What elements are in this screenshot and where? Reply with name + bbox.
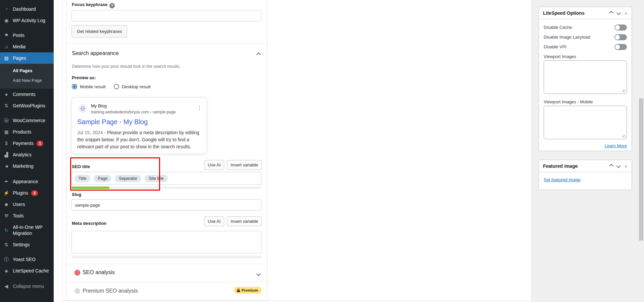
variable-pill-site-title[interactable]: Site title <box>145 175 167 182</box>
seo-title-input[interactable]: TitlePageSeparatorSite title <box>71 172 261 185</box>
preview-result-description: Jul 15, 2024 - Please provide a meta des… <box>77 129 202 150</box>
premium-badge[interactable]: Premium <box>234 287 262 294</box>
viewport-images-input[interactable] <box>544 60 627 94</box>
variable-pill-title[interactable]: Title <box>75 175 90 182</box>
sidebar-item-appearance[interactable]: ✒Appearance <box>0 176 54 187</box>
sidebar-item-dashboard[interactable]: ◔Dashboard <box>0 3 54 15</box>
collapse-search-appearance-button[interactable] <box>255 51 262 58</box>
sidebar-item-label: Yoast SEO <box>13 256 36 262</box>
sidebar-item-posts[interactable]: ⚑Posts <box>0 30 54 41</box>
viewport-images-mobile-input[interactable] <box>544 106 627 139</box>
get-related-keyphrases-button[interactable]: Get related keyphrases <box>71 25 127 38</box>
sidebar-item-litespeed-cache[interactable]: ◈LiteSpeed Cache <box>0 265 54 276</box>
comments-icon: ● <box>3 91 10 97</box>
meta-description-label: Meta description <box>72 221 106 226</box>
scrollbar-track[interactable] <box>638 0 644 302</box>
focus-keyphrase-label-text: Focus keyphrase <box>72 2 107 7</box>
move-up-icon[interactable] <box>609 11 613 15</box>
getwooplugins-icon: ⇅ <box>3 103 10 109</box>
premium-score-icon <box>75 288 80 294</box>
seo-title-progress <box>71 187 261 189</box>
sidebar-item-yoast-seo[interactable]: ⓎYoast SEO <box>0 254 54 265</box>
sidebar-item-label: Analytics <box>13 152 32 158</box>
set-featured-image-link[interactable]: Set featured image <box>544 177 581 182</box>
use-ai-button[interactable]: Use AI <box>204 160 224 170</box>
toggle-panel-icon[interactable]: ▲ <box>625 11 628 15</box>
slug-label: Slug <box>72 192 81 197</box>
seo-score-bad-icon: ☹ <box>75 270 80 275</box>
section-divider <box>66 264 267 264</box>
learn-more-row: Learn More <box>544 143 627 149</box>
sidebar-item-getwooplugins[interactable]: ⇅GetWooPlugins <box>0 100 54 111</box>
insert-variable-button[interactable]: Insert variable <box>227 160 262 170</box>
sidebar-item-analytics[interactable]: ▟Analytics <box>0 149 54 160</box>
sidebar-item-label: WP Activity Log <box>13 17 45 23</box>
woocommerce-icon: Ⓦ <box>3 117 10 123</box>
admin-sidebar: ◔Dashboard◉WP Activity Log⚑Posts♫Media▤P… <box>0 0 54 302</box>
posts-icon: ⚑ <box>3 32 10 38</box>
preview-as-radio-group: Mobile result Desktop result <box>72 84 151 89</box>
use-ai-button[interactable]: Use AI <box>204 216 224 226</box>
sidebar-item-wp-activity-log[interactable]: ◉WP Activity Log <box>0 15 54 26</box>
move-up-icon[interactable] <box>609 164 613 168</box>
radio-mobile-label: Mobile result <box>80 84 106 89</box>
focus-keyphrase-input[interactable] <box>71 10 261 21</box>
toggle-label: Disable Image Lazyload <box>544 35 590 40</box>
toggle-panel-icon[interactable]: ▲ <box>625 164 628 168</box>
sidebar-item-label: Appearance <box>13 179 38 185</box>
premium-seo-analysis-title: Premium SEO analysis <box>83 288 138 294</box>
premium-badge-label: Premium <box>242 288 258 292</box>
move-down-icon[interactable] <box>616 164 621 168</box>
sidebar-item-media[interactable]: ♫Media <box>0 41 54 52</box>
kebab-menu-icon[interactable]: ⋮ <box>197 105 202 111</box>
sidebar-item-products[interactable]: ▦Products <box>0 126 54 138</box>
sidebar-item-label: Plugins <box>13 190 28 196</box>
toggle-label: Disable VPI <box>544 44 566 49</box>
sidebar-item-pages[interactable]: ▤Pages <box>0 52 54 64</box>
slug-input[interactable] <box>71 199 261 211</box>
sidebar-item-settings[interactable]: ⇅Settings <box>0 239 54 250</box>
sidebar-item-label: All-in-One WP Migration <box>13 224 51 236</box>
move-down-icon[interactable] <box>616 11 621 15</box>
sidebar-subitem-all-pages[interactable]: All Pages <box>0 66 54 76</box>
sidebar-item-users[interactable]: ☻Users <box>0 199 54 210</box>
sidebar-item-tools[interactable]: ⚒Tools <box>0 210 54 221</box>
toggle-switch-disable-vpi[interactable] <box>614 44 627 50</box>
radio-mobile-result[interactable]: Mobile result <box>72 84 106 89</box>
featured-image-panel: Featured image ▲ Set featured image <box>539 160 632 190</box>
toggle-switch-disable-cache[interactable] <box>614 24 627 31</box>
sidebar-item-marketing[interactable]: ◄Marketing <box>0 160 54 172</box>
seo-title-label: SEO title <box>72 164 90 169</box>
learn-more-link[interactable]: Learn More <box>605 143 627 148</box>
radio-selected-icon <box>72 84 77 89</box>
seo-analysis-title: SEO analysis <box>83 269 115 275</box>
scrollbar-thumb[interactable] <box>639 98 643 241</box>
sidebar-item-label: Pages <box>13 55 26 61</box>
variable-pill-page[interactable]: Page <box>94 175 111 182</box>
payments-icon: $ <box>3 140 10 146</box>
sidebar-item-label: WooCommerce <box>13 117 45 123</box>
collapse-icon: ◀ <box>3 283 10 289</box>
sidebar-item-label: Posts <box>13 32 24 38</box>
count-badge: 1 <box>37 141 43 146</box>
variable-pill-separator[interactable]: Separator <box>115 175 141 182</box>
insert-variable-button[interactable]: Insert variable <box>227 216 262 226</box>
chevron-down-icon <box>256 272 261 276</box>
sidebar-item-plugins[interactable]: ⚡Plugins3 <box>0 187 54 199</box>
sidebar-item-comments[interactable]: ●Comments <box>0 89 54 100</box>
litespeed-panel-header[interactable]: LiteSpeed Options ▲ <box>539 7 632 19</box>
meta-description-input[interactable] <box>71 231 261 253</box>
preview-breadcrumb: training.websitedemoforyou.com › sample-… <box>91 110 176 114</box>
sidebar-item-woocommerce[interactable]: ⓌWooCommerce <box>0 115 54 126</box>
expand-seo-analysis-button[interactable] <box>255 270 262 277</box>
featured-image-panel-header[interactable]: Featured image ▲ <box>539 160 632 172</box>
radio-desktop-result[interactable]: Desktop result <box>114 84 151 89</box>
toggle-switch-disable-image-lazyload[interactable] <box>614 34 627 40</box>
help-icon[interactable]: ? <box>109 3 115 8</box>
sidebar-item-all-in-one-wp-migration[interactable]: ↻All-in-One WP Migration <box>0 221 54 239</box>
sidebar-item-payments[interactable]: $Payments1 <box>0 138 54 149</box>
sidebar-item-collapse-menu[interactable]: ◀Collapse menu <box>0 281 54 292</box>
sidebar-item-label: Users <box>13 201 25 207</box>
sidebar-subitem-add-new-page[interactable]: Add New Page <box>0 76 54 85</box>
analytics-icon: ▟ <box>3 152 10 158</box>
